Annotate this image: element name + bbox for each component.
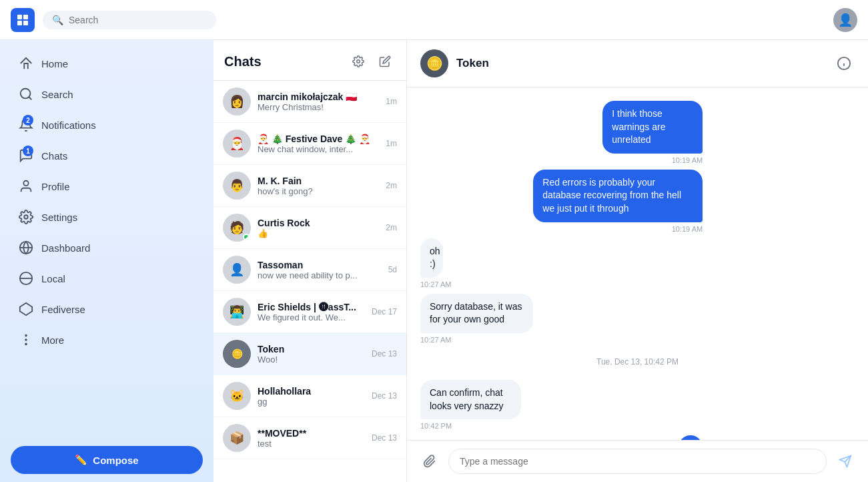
sidebar-item-label: Home	[41, 58, 68, 69]
svg-marker-11	[20, 303, 32, 315]
sidebar-item-fediverse[interactable]: Fediverse	[5, 295, 208, 323]
chat-item-preview: test	[258, 439, 365, 449]
chat-list-items: 👩 marcin mikołajczak 🇵🇱 Merry Christmas!…	[213, 81, 406, 482]
list-item[interactable]: 📦 **MOVED** test Dec 13	[213, 417, 406, 459]
chat-item-name: Hollahollara	[258, 386, 365, 397]
table-row: Can confirm, chat looks very snazzy	[420, 380, 588, 419]
sidebar-item-home[interactable]: Home	[5, 49, 208, 77]
list-item[interactable]: 👤 Tassoman now we need ability to p... 5…	[213, 249, 406, 291]
topbar: 🔍 👤	[0, 0, 868, 40]
attach-button[interactable]	[418, 449, 442, 473]
message-bubble: I think those warnings are unrelated	[602, 101, 703, 154]
chat-area: 🪙 Token I think those warnings are unrel…	[407, 40, 868, 482]
list-item[interactable]: 🐱 Hollahollara gg Dec 13	[213, 375, 406, 417]
sidebar-item-dashboard[interactable]: Dashboard	[5, 234, 208, 262]
chat-contact-avatar: 🪙	[420, 49, 448, 77]
avatar: 🧑	[223, 214, 251, 242]
sidebar-item-chats[interactable]: 1 Chats	[5, 142, 208, 170]
message-input[interactable]	[448, 449, 827, 474]
new-chat-button[interactable]	[374, 51, 396, 72]
svg-point-6	[24, 215, 28, 219]
search-bar[interactable]: 🔍	[43, 11, 216, 29]
chat-contact-name: Token	[456, 57, 825, 70]
list-item[interactable]: 🪙 Token Woo! Dec 13	[213, 333, 406, 375]
svg-point-14	[25, 344, 27, 345]
svg-rect-0	[17, 15, 22, 19]
main-layout: Home Search 2 Notifications 1 Chats	[0, 40, 868, 482]
message-bubble: Red errors is probably your database rec…	[533, 170, 703, 222]
chat-item-preview: now we need ability to p...	[258, 270, 382, 280]
message-group: Sorry database, it was for your own good…	[420, 294, 703, 344]
table-row: Red errors is probably your database rec…	[420, 170, 703, 222]
sidebar-item-more[interactable]: More	[5, 326, 208, 354]
sidebar-item-settings[interactable]: Settings	[5, 203, 208, 231]
list-item[interactable]: 👨 M. K. Fain how's it gong? 2m	[213, 165, 406, 207]
message-time: 10:19 AM	[672, 156, 703, 164]
compose-button[interactable]: ✏️ Compose	[11, 446, 203, 474]
svg-point-15	[357, 60, 360, 63]
sidebar-item-label: More	[41, 334, 64, 346]
chat-item-preview: We figured it out. We...	[258, 312, 365, 322]
avatar[interactable]: 👤	[833, 8, 857, 32]
sidebar-item-notifications[interactable]: 2 Notifications	[5, 111, 208, 139]
avatar: 👨	[223, 172, 251, 200]
list-item[interactable]: 👩 marcin mikołajczak 🇵🇱 Merry Christmas!…	[213, 81, 406, 123]
message-bubble: Sorry database, it was for your own good	[420, 294, 533, 333]
avatar: 🪙	[223, 340, 251, 368]
chat-item-time: 1m	[386, 139, 397, 148]
chat-item-name: Tassoman	[258, 260, 382, 270]
sidebar-item-label: Dashboard	[41, 242, 90, 254]
chat-item-time: 2m	[386, 223, 397, 232]
search-input[interactable]	[69, 15, 207, 25]
sidebar-item-search[interactable]: Search	[5, 80, 208, 108]
sidebar-item-label: Local	[41, 273, 65, 284]
chat-item-time: Dec 13	[372, 391, 397, 401]
fediverse-icon	[19, 302, 33, 316]
sidebar-item-profile[interactable]: Profile	[5, 172, 208, 200]
chat-item-time: 2m	[386, 181, 397, 190]
message-bubble: Woo!	[679, 435, 703, 440]
chat-item-preview: 👍	[258, 228, 379, 238]
chat-list-panel: Chats 👩 marcin mikołajczak 🇵🇱 Merry Chri…	[213, 40, 407, 482]
search-icon	[19, 87, 33, 101]
list-item[interactable]: 🧑 Curtis Rock 👍 2m	[213, 207, 406, 249]
compose-icon: ✏️	[75, 454, 87, 466]
message-group: Can confirm, chat looks very snazzy 10:4…	[420, 380, 703, 430]
chat-item-preview: New chat window, inter...	[258, 144, 379, 154]
dashboard-icon	[19, 240, 33, 255]
sidebar-item-label: Profile	[41, 181, 70, 192]
date-divider: Tue, Dec 13, 10:42 PM	[420, 357, 855, 367]
message-time: 10:42 PM	[420, 422, 452, 430]
avatar: 📦	[223, 424, 251, 452]
sidebar-item-label: Settings	[41, 212, 77, 223]
chat-info-button[interactable]	[833, 53, 855, 74]
message-group: Woo! 10:42 PM	[420, 435, 703, 440]
chat-item-time: Dec 17	[372, 307, 397, 316]
chat-settings-button[interactable]	[348, 51, 369, 72]
chat-item-preview: Woo!	[258, 354, 365, 365]
chat-item-name: M. K. Fain	[258, 176, 379, 186]
svg-rect-3	[23, 21, 28, 25]
table-row: oh :)	[420, 238, 458, 278]
avatar: 🎅	[223, 130, 251, 158]
svg-point-4	[21, 89, 31, 99]
avatar: 👨‍💻	[223, 298, 251, 326]
home-icon	[19, 56, 33, 71]
list-item[interactable]: 🎅 🎅 🎄 Festive Dave 🎄 🎅 New chat window, …	[213, 123, 406, 165]
chat-list-header: Chats	[213, 40, 406, 81]
local-icon	[19, 271, 33, 286]
table-row: I think those warnings are unrelated	[536, 101, 703, 154]
notifications-badge: 2	[23, 115, 33, 126]
list-item[interactable]: 👨‍💻 Eric Shields | 🅜assT... We figured i…	[213, 291, 406, 333]
avatar: 👤	[223, 256, 251, 284]
chat-item-time: Dec 13	[372, 433, 397, 443]
sidebar: Home Search 2 Notifications 1 Chats	[0, 40, 213, 482]
sidebar-item-local[interactable]: Local	[5, 264, 208, 292]
message-group: oh :) 10:27 AM	[420, 238, 703, 288]
svg-point-12	[25, 335, 27, 336]
chats-badge: 1	[23, 146, 33, 156]
chat-item-preview: gg	[258, 397, 365, 407]
send-button[interactable]	[833, 449, 857, 473]
message-group: I think those warnings are unrelated 10:…	[420, 101, 703, 164]
sidebar-item-label: Chats	[41, 150, 67, 162]
